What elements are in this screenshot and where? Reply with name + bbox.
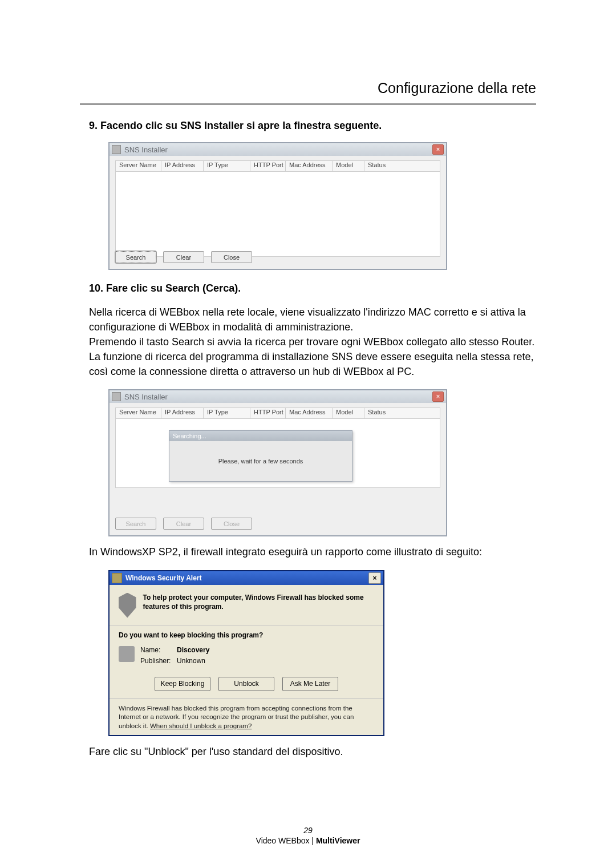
window-titlebar: SNS Installer × (110, 390, 446, 403)
col-model[interactable]: Model (333, 161, 364, 171)
windows-security-alert: Windows Security Alert × To help protect… (108, 570, 384, 737)
col-ip-type[interactable]: IP Type (204, 408, 250, 418)
page-title: Configurazione della rete (80, 80, 536, 96)
col-mac-address[interactable]: Mac Address (286, 161, 333, 171)
keep-blocking-button[interactable]: Keep Blocking (155, 677, 210, 691)
window-title: SNS Installer (124, 146, 168, 154)
col-server-name[interactable]: Server Name (116, 408, 161, 418)
unblock-button[interactable]: Unblock (218, 677, 274, 691)
search-button[interactable]: Search (115, 251, 156, 263)
alert-titlebar: Windows Security Alert × (110, 571, 383, 585)
window-titlebar: SNS Installer × (110, 143, 446, 156)
app-icon (112, 145, 121, 154)
step-10-heading: 10. Fare clic su Search (Cerca). (89, 282, 536, 294)
firewall-intro-text: In WindowsXP SP2, il firewall integrato … (89, 544, 536, 559)
alert-note: Windows Firewall has blocked this progra… (119, 704, 374, 731)
product-subtitle: MultiViewer (316, 836, 360, 845)
alert-question: Do you want to keep blocking this progra… (119, 631, 374, 639)
searching-title: Searching... (169, 431, 352, 441)
results-header: Server Name IP Address IP Type HTTP Port… (115, 407, 440, 419)
clear-button[interactable]: Clear (163, 251, 204, 263)
product-name: Video WEBbox | (256, 836, 316, 845)
program-name: Discovery (177, 646, 209, 654)
step-9-heading: 9. Facendo clic su SNS Installer si apre… (89, 120, 536, 132)
close-button[interactable]: Close (211, 251, 252, 263)
name-label: Name: (140, 645, 177, 656)
ask-later-button[interactable]: Ask Me Later (282, 677, 338, 691)
col-http-port[interactable]: HTTP Port (250, 161, 286, 171)
search-button: Search (115, 518, 156, 530)
col-mac-address[interactable]: Mac Address (286, 408, 333, 418)
shield-icon (119, 593, 136, 618)
close-icon[interactable]: × (432, 391, 444, 402)
sns-installer-window-searching: SNS Installer × Server Name IP Address I… (108, 389, 447, 536)
col-http-port[interactable]: HTTP Port (250, 408, 286, 418)
app-icon (112, 392, 121, 401)
col-server-name[interactable]: Server Name (116, 161, 161, 171)
results-header: Server Name IP Address IP Type HTTP Port… (115, 160, 440, 172)
header-divider (80, 103, 536, 105)
col-model[interactable]: Model (333, 408, 364, 418)
col-ip-address[interactable]: IP Address (161, 161, 204, 171)
step-10-description: Nella ricerca di WEBbox nella rete local… (89, 305, 536, 379)
clear-button: Clear (163, 518, 204, 530)
program-icon (119, 646, 135, 662)
results-list[interactable] (115, 172, 440, 257)
unblock-help-link[interactable]: When should I unblock a program? (150, 722, 252, 729)
close-icon[interactable]: × (368, 572, 381, 584)
shield-icon (112, 573, 122, 583)
sns-installer-window: SNS Installer × Server Name IP Address I… (108, 142, 447, 270)
searching-message: Please, wait for a few seconds (169, 441, 352, 481)
page-number: 29 (0, 826, 616, 835)
divider (110, 625, 383, 625)
col-ip-address[interactable]: IP Address (161, 408, 204, 418)
col-status[interactable]: Status (364, 161, 403, 171)
unblock-instruction: Fare clic su "Unblock" per l'uso standar… (89, 744, 536, 759)
alert-title: Windows Security Alert (125, 574, 201, 582)
close-icon[interactable]: × (432, 144, 444, 155)
page-footer: 29 Video WEBbox | MultiViewer (0, 826, 616, 845)
alert-message: To help protect your computer, Windows F… (143, 593, 375, 611)
searching-dialog: Searching... Please, wait for a few seco… (169, 430, 352, 482)
col-status[interactable]: Status (364, 408, 403, 418)
divider (110, 698, 383, 699)
col-ip-type[interactable]: IP Type (204, 161, 250, 171)
publisher-value: Unknown (177, 657, 205, 665)
close-button: Close (211, 518, 252, 530)
publisher-label: Publisher: (140, 656, 177, 667)
window-title: SNS Installer (124, 393, 168, 401)
